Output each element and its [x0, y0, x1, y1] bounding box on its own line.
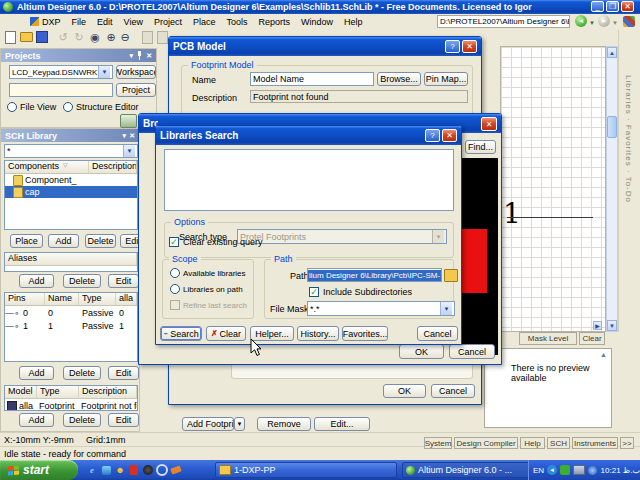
add-component-button[interactable]: Add	[48, 234, 79, 248]
add-pin-button[interactable]: Add	[19, 366, 54, 380]
add-footprint-button[interactable]: Add Footprint	[182, 417, 234, 431]
file-mask-dropdown-icon[interactable]: ▼	[440, 302, 452, 315]
delete-alias-button[interactable]: Delete	[63, 274, 101, 288]
hscroll-right-icon[interactable]: ▶	[593, 321, 602, 330]
add-model-button[interactable]: Add	[19, 413, 54, 427]
system-panels-button[interactable]: System	[424, 437, 452, 449]
include-subdirectories-checkbox[interactable]: ✓ Include Subdirectories	[309, 287, 412, 297]
zoom-out-icon[interactable]: ⊖	[118, 30, 132, 44]
browse-button[interactable]: Browse...	[377, 72, 421, 86]
back-dropdown-icon[interactable]: ▼	[589, 20, 595, 26]
pins-extra-header[interactable]: alla	[116, 293, 137, 305]
forward-button[interactable]: ▸	[598, 15, 610, 27]
address-combobox[interactable]: D:\PROTEL2007\Altium Designer 6\Exa ▼	[437, 15, 570, 28]
docs-icon[interactable]	[120, 114, 137, 128]
view-area-icon[interactable]: ◉	[88, 30, 102, 44]
panel-menu-icon[interactable]: ▾	[130, 52, 134, 60]
menu-help[interactable]: Help	[344, 17, 363, 27]
undo-icon[interactable]: ↺	[56, 30, 70, 44]
more-panels-button[interactable]: >>	[620, 437, 634, 449]
menu-reports[interactable]: Reports	[258, 17, 290, 27]
workspace-button[interactable]: Workspace	[116, 65, 156, 79]
menu-window[interactable]: Window	[301, 17, 333, 27]
filter-dropdown-icon[interactable]: ▼	[123, 145, 135, 157]
model-name-input[interactable]: Model Name	[250, 72, 374, 86]
libraries-search-titlebar[interactable]: Libraries Search ? ✕	[156, 126, 461, 145]
menu-place[interactable]: Place	[193, 17, 216, 27]
history-button[interactable]: History...	[297, 326, 339, 341]
panel-close-icon[interactable]: ✕	[146, 52, 152, 60]
cancel-button[interactable]: Cancel	[431, 384, 475, 398]
delete-component-button[interactable]: Delete	[85, 234, 116, 248]
start-button[interactable]: start	[0, 460, 78, 480]
pin-row[interactable]: —∘ 0 0 Passive 0	[5, 306, 137, 319]
component-row-selected[interactable]: cap	[5, 186, 137, 198]
model-type-header[interactable]: Type	[37, 386, 79, 398]
smiley-app-icon[interactable]: ☻	[114, 464, 126, 476]
tray-round-icon[interactable]	[588, 466, 597, 475]
find-button[interactable]: Find...	[465, 140, 496, 154]
model-col-header[interactable]: Model	[5, 386, 37, 398]
ok-button[interactable]: OK	[399, 344, 444, 359]
cancel-button[interactable]: Cancel	[417, 326, 458, 341]
save-icon[interactable]	[35, 30, 49, 44]
clear-mask-button[interactable]: Clear	[579, 332, 605, 345]
sch-library-header[interactable]: SCH Library ▾ ✕	[1, 129, 139, 142]
vscroll-thumb[interactable]	[607, 116, 617, 138]
language-indicator[interactable]: EN	[533, 466, 544, 475]
query-editor[interactable]	[164, 149, 454, 211]
minimize-button[interactable]: _	[591, 1, 604, 12]
new-document-icon[interactable]	[3, 30, 17, 44]
messenger-icon[interactable]	[100, 464, 112, 476]
file-view-radio[interactable]: File View	[7, 102, 56, 112]
design-compiler-panels-button[interactable]: Design Compiler	[454, 437, 518, 449]
project-button[interactable]: Project	[116, 83, 156, 97]
restore-button[interactable]: ❐	[606, 1, 619, 12]
component-row[interactable]: Component_	[5, 174, 137, 186]
search-tool-icon[interactable]	[156, 464, 168, 476]
forward-dropdown-icon[interactable]: ▼	[612, 20, 618, 26]
zoom-in-icon[interactable]: ⊕	[104, 30, 118, 44]
component-filter-combobox[interactable]: * ▼	[4, 144, 138, 158]
workspace-dropdown-icon[interactable]: ▼	[98, 66, 110, 78]
description-column-header[interactable]: Description	[89, 161, 137, 173]
orange-tool-icon[interactable]	[170, 464, 182, 476]
help-icon[interactable]: ?	[445, 40, 460, 53]
ok-button[interactable]: OK	[383, 384, 426, 398]
menu-project[interactable]: Project	[154, 17, 182, 27]
structure-editor-radio[interactable]: Structure Editor	[63, 102, 139, 112]
place-button[interactable]: Place	[10, 234, 43, 248]
pin-map-button[interactable]: Pin Map...	[424, 72, 468, 86]
menu-view[interactable]: View	[124, 17, 143, 27]
model-row[interactable]: alla Footprint Footprint not found	[5, 399, 137, 411]
path-input[interactable]: lium Designer 6\Library\Pcb\IPC-SM-782	[307, 268, 442, 282]
taskbar-item-folder[interactable]: 1-DXP-PP	[215, 462, 397, 478]
folder-browse-icon[interactable]	[444, 269, 458, 282]
menu-dxp[interactable]: DXP	[42, 17, 61, 27]
edit-footprint-button[interactable]: Edit...	[314, 417, 370, 431]
scroll-down-icon[interactable]: ▼	[607, 320, 617, 331]
red-app-icon[interactable]	[128, 464, 140, 476]
file-mask-combobox[interactable]: *.* ▼	[307, 301, 455, 316]
filter-icon[interactable]	[155, 30, 169, 44]
pin-icon[interactable]	[136, 51, 143, 60]
aliases-header[interactable]: Aliases	[5, 253, 137, 265]
preview-vscrollbar[interactable]: ▲ ▼	[606, 46, 618, 332]
tray-back-icon[interactable]: ◂	[547, 465, 557, 475]
menu-tools[interactable]: Tools	[226, 17, 247, 27]
clear-existing-checkbox[interactable]: ✓ Clear existing query	[169, 237, 263, 247]
schematic-preview[interactable]: 1	[500, 46, 606, 332]
libraries-on-path-radio[interactable]: Libraries on path	[170, 284, 243, 294]
instruments-panels-button[interactable]: Instruments	[572, 437, 618, 449]
help-panels-button[interactable]: Help	[520, 437, 545, 449]
delete-model-button[interactable]: Delete	[63, 413, 101, 427]
panel-menu-icon[interactable]: ▾	[123, 132, 127, 140]
panel-close-icon[interactable]: ✕	[129, 132, 135, 140]
components-column-header[interactable]: Components ▽	[5, 161, 89, 173]
redo-icon[interactable]: ↻	[72, 30, 86, 44]
open-icon[interactable]	[19, 30, 33, 44]
projects-panel-header[interactable]: Projects ▾ ✕	[1, 49, 156, 62]
side-panel-tabs[interactable]: Libraries · Favorites · To-Do	[624, 75, 633, 203]
tray-green-icon[interactable]	[560, 465, 570, 475]
sch-panels-button[interactable]: SCH	[547, 437, 570, 449]
